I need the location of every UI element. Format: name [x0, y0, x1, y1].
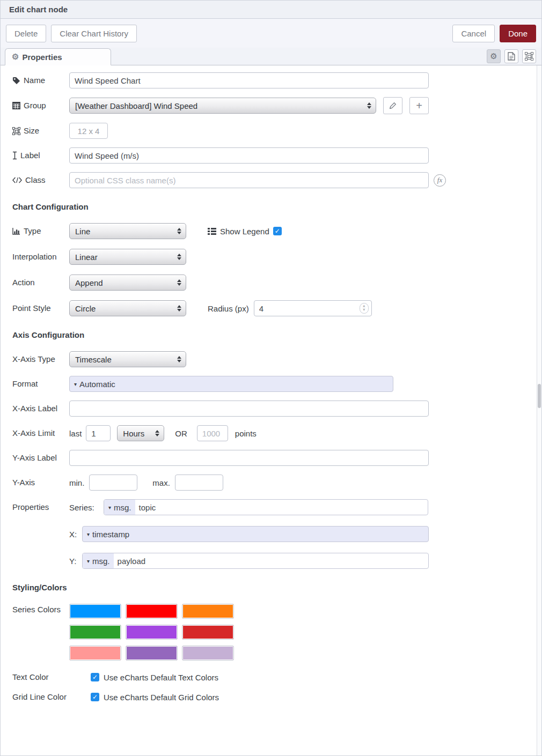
caret-down-icon: ▾ — [74, 381, 77, 387]
label-input[interactable] — [69, 147, 429, 164]
y-min-input[interactable] — [89, 475, 137, 491]
grid-color-checkbox[interactable]: ✓ — [91, 693, 99, 701]
grid-color-checkbox-label: Use eCharts Default Grid Colors — [104, 693, 219, 702]
limit-unit-select[interactable]: Hours — [117, 425, 164, 441]
color-swatch[interactable] — [182, 604, 234, 619]
x-axis-limit-label-wrap: X-Axis Limit — [12, 428, 69, 439]
done-button[interactable]: Done — [500, 25, 536, 42]
y-value[interactable]: payload — [114, 553, 150, 568]
point-style-row: Point Style Circle Radius (px) ˄˅ — [12, 300, 531, 316]
x-axis-type-label-wrap: X-Axis Type — [12, 354, 69, 365]
x-axis-type-select[interactable]: Timescale — [69, 351, 186, 367]
text-color-label-wrap: Text Color — [12, 672, 69, 683]
name-row: Name — [12, 72, 531, 88]
size-label-wrap: Size — [12, 126, 69, 136]
series-value[interactable]: topic — [135, 500, 160, 515]
tab-properties-label: Properties — [22, 53, 62, 62]
properties-label: Properties — [12, 502, 49, 513]
node-appearance-icon — [525, 52, 533, 61]
text-color-row: Text Color ✓ Use eCharts Default Text Co… — [12, 672, 531, 683]
show-legend-checkbox[interactable]: ✓ — [273, 227, 282, 235]
y-max-text: max. — [152, 478, 170, 487]
delete-button[interactable]: Delete — [6, 25, 46, 42]
y-axis-label-input[interactable] — [69, 450, 429, 466]
clear-chart-history-button[interactable]: Clear Chart History — [51, 25, 137, 42]
series-typedinput[interactable]: ▾ msg. topic — [104, 499, 428, 515]
section-axis-configuration: Axis Configuration — [12, 330, 531, 339]
caret-down-icon: ▾ — [108, 505, 111, 510]
x-typedinput[interactable]: ▾ timestamp — [82, 526, 429, 542]
limit-points-input[interactable] — [197, 425, 228, 441]
color-swatch[interactable] — [69, 604, 121, 619]
properties-label-wrap: Properties — [12, 502, 69, 513]
y-type-dropdown[interactable]: ▾ msg. — [83, 553, 114, 568]
point-style-select-value: Circle — [75, 304, 174, 313]
color-swatch[interactable] — [69, 625, 121, 640]
gear-icon: ⚙ — [12, 52, 19, 62]
add-group-button[interactable]: + — [409, 97, 429, 114]
format-label: Format — [12, 379, 38, 389]
limit-last-input[interactable] — [86, 425, 111, 441]
bar-chart-icon — [12, 227, 20, 235]
select-arrows-icon — [177, 279, 181, 286]
legend-icon — [208, 228, 216, 235]
points-text: points — [235, 429, 257, 438]
name-label: Name — [24, 76, 45, 86]
format-type-dropdown[interactable]: ▾ Automatic — [70, 376, 119, 391]
action-label: Action — [12, 278, 35, 288]
number-spinner-icon[interactable]: ˄˅ — [360, 303, 369, 314]
color-swatch[interactable] — [126, 625, 178, 640]
series-colors-row: Series Colors — [12, 604, 531, 661]
x-axis-label-label: X-Axis Label — [12, 404, 57, 414]
class-input[interactable] — [69, 172, 429, 188]
type-select[interactable]: Line — [69, 223, 186, 239]
class-label-wrap: Class — [12, 175, 69, 186]
x-type-dropdown[interactable]: ▾ timestamp — [83, 527, 133, 542]
tab-properties[interactable]: ⚙ Properties — [5, 48, 111, 65]
color-swatch[interactable] — [126, 646, 178, 661]
x-axis-label-input[interactable] — [69, 401, 429, 417]
format-label-wrap: Format — [12, 379, 69, 389]
text-color-label: Text Color — [12, 672, 49, 683]
scrollbar-track[interactable] — [537, 65, 541, 755]
series-type-dropdown[interactable]: ▾ msg. — [104, 500, 135, 515]
fx-expand-icon[interactable]: fx — [434, 174, 446, 187]
text-color-checkbox[interactable]: ✓ — [91, 673, 99, 681]
interpolation-select-value: Linear — [75, 253, 174, 262]
cancel-button[interactable]: Cancel — [452, 25, 495, 42]
x-axis-type-label: X-Axis Type — [12, 354, 55, 365]
type-select-value: Line — [75, 227, 174, 236]
y-axis-range-label: Y-Axis — [12, 478, 35, 488]
description-view-button[interactable] — [504, 49, 518, 63]
color-swatch[interactable] — [126, 604, 178, 619]
y-axis-label-label-wrap: Y-Axis Label — [12, 453, 69, 463]
x-axis-limit-row: X-Axis Limit last Hours OR points — [12, 425, 531, 441]
limit-unit-value: Hours — [123, 429, 152, 438]
color-swatch[interactable] — [182, 646, 234, 661]
appearance-view-button[interactable] — [522, 49, 536, 63]
interpolation-label-wrap: Interpolation — [12, 252, 69, 262]
action-label-wrap: Action — [12, 278, 69, 288]
edit-group-button[interactable] — [383, 97, 402, 114]
y-max-input[interactable] — [175, 475, 223, 491]
size-button[interactable]: 12 x 4 — [69, 123, 108, 139]
point-style-select[interactable]: Circle — [69, 300, 186, 316]
scrollbar-thumb[interactable] — [538, 384, 541, 408]
tag-icon — [12, 77, 20, 85]
type-label: Type — [24, 226, 41, 236]
format-typedinput[interactable]: ▾ Automatic — [69, 376, 393, 392]
series-prefix-label: msg. — [114, 503, 131, 512]
color-swatch[interactable] — [182, 625, 234, 640]
y-axis-range-row: Y-Axis min. max. — [12, 475, 531, 491]
group-label-wrap: Group — [12, 101, 69, 111]
color-swatch[interactable] — [69, 646, 121, 661]
name-input[interactable] — [69, 72, 429, 88]
action-select[interactable]: Append — [69, 275, 186, 291]
group-select[interactable]: [Weather Dashboard] Wind Speed — [69, 98, 376, 114]
type-row: Type Line Show Legend ✓ — [12, 223, 531, 239]
series-colors-label: Series Colors — [12, 605, 61, 615]
interpolation-select[interactable]: Linear — [69, 249, 186, 265]
y-typedinput[interactable]: ▾ msg. payload — [82, 553, 429, 569]
radius-input[interactable] — [254, 300, 372, 316]
properties-view-button[interactable]: ⚙ — [487, 49, 501, 63]
